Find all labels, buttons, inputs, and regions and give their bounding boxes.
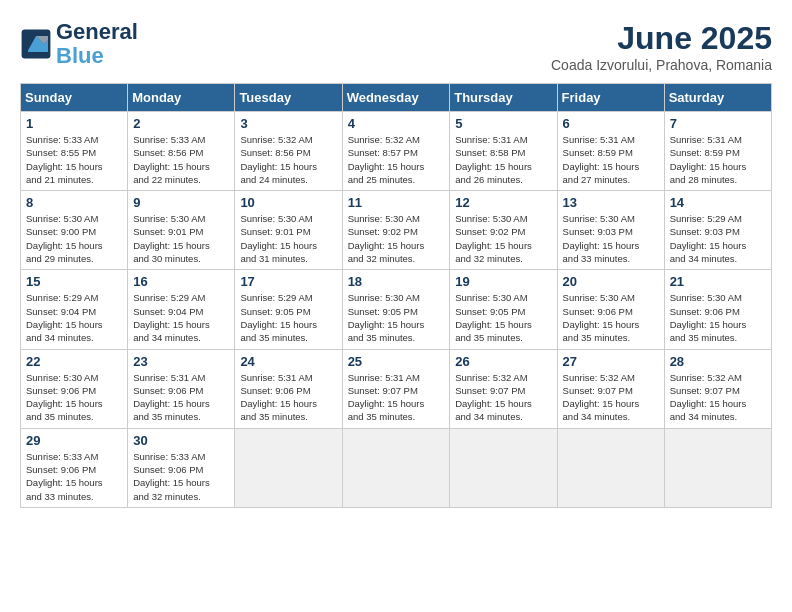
day-info: Sunrise: 5:30 AM Sunset: 9:03 PM Dayligh… — [563, 212, 659, 265]
day-cell-4: 4Sunrise: 5:32 AM Sunset: 8:57 PM Daylig… — [342, 112, 450, 191]
day-info: Sunrise: 5:30 AM Sunset: 9:00 PM Dayligh… — [26, 212, 122, 265]
week-row-2: 8Sunrise: 5:30 AM Sunset: 9:00 PM Daylig… — [21, 191, 772, 270]
day-number: 12 — [455, 195, 551, 210]
day-info: Sunrise: 5:30 AM Sunset: 9:05 PM Dayligh… — [348, 291, 445, 344]
day-number: 24 — [240, 354, 336, 369]
day-cell-22: 22Sunrise: 5:30 AM Sunset: 9:06 PM Dayli… — [21, 349, 128, 428]
day-info: Sunrise: 5:31 AM Sunset: 8:59 PM Dayligh… — [670, 133, 766, 186]
header: General Blue June 2025 Coada Izvorului, … — [20, 20, 772, 73]
logo: General Blue — [20, 20, 138, 68]
day-info: Sunrise: 5:33 AM Sunset: 8:55 PM Dayligh… — [26, 133, 122, 186]
day-number: 15 — [26, 274, 122, 289]
empty-cell — [557, 428, 664, 507]
week-row-5: 29Sunrise: 5:33 AM Sunset: 9:06 PM Dayli… — [21, 428, 772, 507]
day-number: 20 — [563, 274, 659, 289]
day-cell-1: 1Sunrise: 5:33 AM Sunset: 8:55 PM Daylig… — [21, 112, 128, 191]
day-cell-15: 15Sunrise: 5:29 AM Sunset: 9:04 PM Dayli… — [21, 270, 128, 349]
day-number: 19 — [455, 274, 551, 289]
day-cell-20: 20Sunrise: 5:30 AM Sunset: 9:06 PM Dayli… — [557, 270, 664, 349]
day-cell-27: 27Sunrise: 5:32 AM Sunset: 9:07 PM Dayli… — [557, 349, 664, 428]
day-info: Sunrise: 5:33 AM Sunset: 9:06 PM Dayligh… — [26, 450, 122, 503]
day-number: 13 — [563, 195, 659, 210]
day-info: Sunrise: 5:29 AM Sunset: 9:03 PM Dayligh… — [670, 212, 766, 265]
empty-cell — [664, 428, 771, 507]
day-info: Sunrise: 5:30 AM Sunset: 9:06 PM Dayligh… — [26, 371, 122, 424]
day-cell-2: 2Sunrise: 5:33 AM Sunset: 8:56 PM Daylig… — [128, 112, 235, 191]
weekday-header-row: SundayMondayTuesdayWednesdayThursdayFrid… — [21, 84, 772, 112]
day-number: 21 — [670, 274, 766, 289]
day-number: 1 — [26, 116, 122, 131]
day-info: Sunrise: 5:30 AM Sunset: 9:01 PM Dayligh… — [133, 212, 229, 265]
month-title: June 2025 — [551, 20, 772, 57]
day-info: Sunrise: 5:30 AM Sunset: 9:01 PM Dayligh… — [240, 212, 336, 265]
day-number: 18 — [348, 274, 445, 289]
day-number: 29 — [26, 433, 122, 448]
day-cell-18: 18Sunrise: 5:30 AM Sunset: 9:05 PM Dayli… — [342, 270, 450, 349]
day-info: Sunrise: 5:31 AM Sunset: 9:07 PM Dayligh… — [348, 371, 445, 424]
day-cell-16: 16Sunrise: 5:29 AM Sunset: 9:04 PM Dayli… — [128, 270, 235, 349]
logo-text: General Blue — [56, 20, 138, 68]
weekday-header-tuesday: Tuesday — [235, 84, 342, 112]
day-info: Sunrise: 5:32 AM Sunset: 8:56 PM Dayligh… — [240, 133, 336, 186]
empty-cell — [342, 428, 450, 507]
day-cell-28: 28Sunrise: 5:32 AM Sunset: 9:07 PM Dayli… — [664, 349, 771, 428]
day-cell-29: 29Sunrise: 5:33 AM Sunset: 9:06 PM Dayli… — [21, 428, 128, 507]
day-cell-23: 23Sunrise: 5:31 AM Sunset: 9:06 PM Dayli… — [128, 349, 235, 428]
day-cell-13: 13Sunrise: 5:30 AM Sunset: 9:03 PM Dayli… — [557, 191, 664, 270]
day-number: 11 — [348, 195, 445, 210]
day-number: 14 — [670, 195, 766, 210]
empty-cell — [450, 428, 557, 507]
day-cell-14: 14Sunrise: 5:29 AM Sunset: 9:03 PM Dayli… — [664, 191, 771, 270]
day-cell-11: 11Sunrise: 5:30 AM Sunset: 9:02 PM Dayli… — [342, 191, 450, 270]
day-number: 2 — [133, 116, 229, 131]
day-info: Sunrise: 5:29 AM Sunset: 9:04 PM Dayligh… — [26, 291, 122, 344]
day-info: Sunrise: 5:30 AM Sunset: 9:05 PM Dayligh… — [455, 291, 551, 344]
day-number: 17 — [240, 274, 336, 289]
day-cell-5: 5Sunrise: 5:31 AM Sunset: 8:58 PM Daylig… — [450, 112, 557, 191]
day-cell-24: 24Sunrise: 5:31 AM Sunset: 9:06 PM Dayli… — [235, 349, 342, 428]
day-info: Sunrise: 5:30 AM Sunset: 9:06 PM Dayligh… — [563, 291, 659, 344]
day-number: 9 — [133, 195, 229, 210]
day-number: 30 — [133, 433, 229, 448]
week-row-1: 1Sunrise: 5:33 AM Sunset: 8:55 PM Daylig… — [21, 112, 772, 191]
day-info: Sunrise: 5:31 AM Sunset: 9:06 PM Dayligh… — [240, 371, 336, 424]
weekday-header-thursday: Thursday — [450, 84, 557, 112]
day-cell-19: 19Sunrise: 5:30 AM Sunset: 9:05 PM Dayli… — [450, 270, 557, 349]
day-number: 22 — [26, 354, 122, 369]
day-number: 28 — [670, 354, 766, 369]
day-number: 3 — [240, 116, 336, 131]
week-row-3: 15Sunrise: 5:29 AM Sunset: 9:04 PM Dayli… — [21, 270, 772, 349]
day-cell-10: 10Sunrise: 5:30 AM Sunset: 9:01 PM Dayli… — [235, 191, 342, 270]
day-cell-6: 6Sunrise: 5:31 AM Sunset: 8:59 PM Daylig… — [557, 112, 664, 191]
day-info: Sunrise: 5:32 AM Sunset: 8:57 PM Dayligh… — [348, 133, 445, 186]
weekday-header-saturday: Saturday — [664, 84, 771, 112]
weekday-header-sunday: Sunday — [21, 84, 128, 112]
empty-cell — [235, 428, 342, 507]
day-cell-17: 17Sunrise: 5:29 AM Sunset: 9:05 PM Dayli… — [235, 270, 342, 349]
logo-icon — [20, 28, 52, 60]
day-cell-9: 9Sunrise: 5:30 AM Sunset: 9:01 PM Daylig… — [128, 191, 235, 270]
day-cell-3: 3Sunrise: 5:32 AM Sunset: 8:56 PM Daylig… — [235, 112, 342, 191]
title-area: June 2025 Coada Izvorului, Prahova, Roma… — [551, 20, 772, 73]
day-number: 8 — [26, 195, 122, 210]
day-number: 16 — [133, 274, 229, 289]
calendar: SundayMondayTuesdayWednesdayThursdayFrid… — [20, 83, 772, 508]
day-cell-7: 7Sunrise: 5:31 AM Sunset: 8:59 PM Daylig… — [664, 112, 771, 191]
day-cell-12: 12Sunrise: 5:30 AM Sunset: 9:02 PM Dayli… — [450, 191, 557, 270]
day-number: 27 — [563, 354, 659, 369]
weekday-header-monday: Monday — [128, 84, 235, 112]
day-info: Sunrise: 5:33 AM Sunset: 8:56 PM Dayligh… — [133, 133, 229, 186]
day-number: 26 — [455, 354, 551, 369]
day-info: Sunrise: 5:29 AM Sunset: 9:04 PM Dayligh… — [133, 291, 229, 344]
day-cell-26: 26Sunrise: 5:32 AM Sunset: 9:07 PM Dayli… — [450, 349, 557, 428]
day-number: 23 — [133, 354, 229, 369]
day-cell-30: 30Sunrise: 5:33 AM Sunset: 9:06 PM Dayli… — [128, 428, 235, 507]
day-info: Sunrise: 5:29 AM Sunset: 9:05 PM Dayligh… — [240, 291, 336, 344]
day-info: Sunrise: 5:32 AM Sunset: 9:07 PM Dayligh… — [455, 371, 551, 424]
day-number: 25 — [348, 354, 445, 369]
day-info: Sunrise: 5:30 AM Sunset: 9:06 PM Dayligh… — [670, 291, 766, 344]
day-number: 4 — [348, 116, 445, 131]
day-cell-21: 21Sunrise: 5:30 AM Sunset: 9:06 PM Dayli… — [664, 270, 771, 349]
day-info: Sunrise: 5:32 AM Sunset: 9:07 PM Dayligh… — [670, 371, 766, 424]
day-info: Sunrise: 5:32 AM Sunset: 9:07 PM Dayligh… — [563, 371, 659, 424]
